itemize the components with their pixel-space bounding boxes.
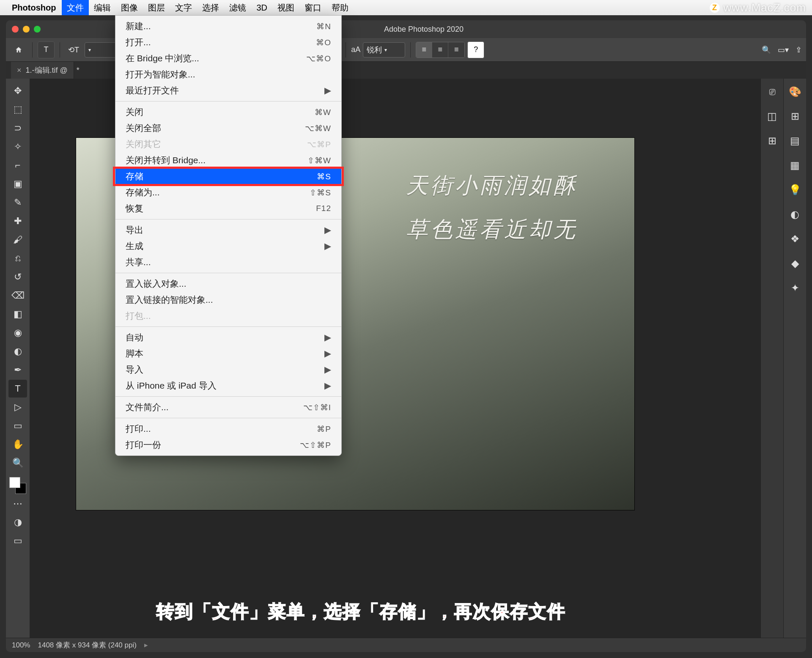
menu-item-从-iPhone-或-iPad-导入[interactable]: 从 iPhone 或 iPad 导入▶ bbox=[115, 378, 341, 394]
menubar-item-帮助[interactable]: 帮助 bbox=[326, 0, 354, 15]
text-align-group: ≡ ≡ ≡ bbox=[416, 42, 465, 58]
swatches-panel-icon[interactable]: ⊞ bbox=[788, 109, 802, 123]
pen-tool[interactable]: ✒ bbox=[8, 361, 27, 379]
align-center-button[interactable]: ≡ bbox=[432, 42, 448, 58]
layers-panel-icon[interactable]: ❖ bbox=[788, 232, 802, 246]
magic-wand-tool[interactable]: ✧ bbox=[8, 138, 27, 156]
zoom-tool[interactable]: 🔍 bbox=[8, 454, 27, 472]
ellipsis-button[interactable]: ⋯ bbox=[8, 495, 27, 513]
align-right-button[interactable]: ≡ bbox=[448, 42, 464, 58]
menu-item-shortcut: ⌥⌘W bbox=[305, 123, 331, 133]
zoom-icon[interactable] bbox=[34, 26, 41, 33]
menubar-item-文件[interactable]: 文件 bbox=[62, 0, 89, 15]
color-panel-icon[interactable]: 🎨 bbox=[788, 85, 802, 99]
lasso-tool[interactable]: ⊃ bbox=[8, 119, 27, 137]
fg-color[interactable] bbox=[9, 477, 20, 488]
adjust-panel-icon[interactable]: ◐ bbox=[788, 207, 802, 222]
orientation-button[interactable]: ⟲T bbox=[65, 41, 82, 58]
menu-item-自动[interactable]: 自动▶ bbox=[115, 329, 341, 345]
type-tool[interactable]: T bbox=[8, 380, 27, 398]
color-swatch[interactable] bbox=[9, 477, 26, 494]
tab-close-icon[interactable]: × bbox=[17, 66, 22, 75]
eyedropper-tool[interactable]: ✎ bbox=[8, 194, 27, 211]
menubar-item-图层[interactable]: 图层 bbox=[143, 0, 170, 15]
workspace-icon[interactable]: ▭▾ bbox=[778, 45, 789, 55]
menubar-item-编辑[interactable]: 编辑 bbox=[89, 0, 116, 15]
menu-item-脚本[interactable]: 脚本▶ bbox=[115, 345, 341, 362]
home-button[interactable] bbox=[10, 41, 27, 58]
status-chevron-icon[interactable]: ▸ bbox=[144, 641, 148, 650]
menubar-item-3D[interactable]: 3D bbox=[251, 0, 272, 15]
history-brush-tool[interactable]: ↺ bbox=[8, 268, 27, 286]
path-select-tool[interactable]: ▷ bbox=[8, 398, 27, 416]
eraser-tool[interactable]: ⌫ bbox=[8, 287, 27, 304]
menu-item-存储[interactable]: 存储⌘S bbox=[115, 168, 341, 184]
rectangle-tool[interactable]: ▭ bbox=[8, 417, 27, 435]
menu-item-打印一份[interactable]: 打印一份⌥⇧⌘P bbox=[115, 437, 341, 453]
align-left-button[interactable]: ≡ bbox=[416, 42, 432, 58]
blur-tool[interactable]: ◉ bbox=[8, 324, 27, 342]
menubar-item-视图[interactable]: 视图 bbox=[272, 0, 299, 15]
menu-item-关闭并转到-Bridge[interactable]: 关闭并转到 Bridge...⇧⌘W bbox=[115, 152, 341, 168]
crop-tool[interactable]: ⌐ bbox=[8, 156, 27, 174]
menu-item-导出[interactable]: 导出▶ bbox=[115, 222, 341, 238]
marquee-tool[interactable]: ⬚ bbox=[8, 101, 27, 118]
type-tool-indicator[interactable]: T bbox=[38, 41, 55, 58]
patterns-panel-icon[interactable]: ▦ bbox=[788, 158, 802, 173]
stamp-tool[interactable]: ⎌ bbox=[8, 249, 27, 267]
menubar-item-图像[interactable]: 图像 bbox=[116, 0, 143, 15]
paths-panel-icon[interactable]: ✦ bbox=[788, 281, 802, 295]
menu-item-共享[interactable]: 共享... bbox=[115, 254, 341, 270]
menu-item-生成[interactable]: 生成▶ bbox=[115, 238, 341, 254]
frame-tool[interactable]: ▣ bbox=[8, 175, 27, 193]
share-icon[interactable]: ⇪ bbox=[796, 45, 802, 55]
menu-item-在-Bridge-中浏览[interactable]: 在 Bridge 中浏览...⌥⌘O bbox=[115, 50, 341, 66]
healing-tool[interactable]: ✚ bbox=[8, 212, 27, 230]
bulb-panel-icon[interactable]: 💡 bbox=[788, 183, 802, 197]
menu-item-导入[interactable]: 导入▶ bbox=[115, 362, 341, 378]
menu-item-打开[interactable]: 打开...⌘O bbox=[115, 34, 341, 50]
antialias-select[interactable]: 锐利▾ bbox=[363, 42, 405, 58]
menubar-item-选择[interactable]: 选择 bbox=[197, 0, 224, 15]
menubar-item-窗口[interactable]: 窗口 bbox=[299, 0, 326, 15]
menu-item-label: 关闭 bbox=[126, 106, 315, 118]
quickmask-button[interactable]: ◑ bbox=[8, 513, 27, 531]
menu-item-置入链接的智能对象[interactable]: 置入链接的智能对象... bbox=[115, 292, 341, 308]
app-name[interactable]: Photoshop bbox=[12, 3, 56, 13]
move-tool[interactable]: ✥ bbox=[8, 82, 27, 100]
text-color-swatch[interactable]: ? bbox=[467, 41, 484, 58]
menu-item-最近打开文件[interactable]: 最近打开文件▶ bbox=[115, 82, 341, 99]
menubar-item-滤镜[interactable]: 滤镜 bbox=[224, 0, 251, 15]
menubar-item-文字[interactable]: 文字 bbox=[170, 0, 197, 15]
minimize-icon[interactable] bbox=[23, 26, 30, 33]
menu-item-新建[interactable]: 新建...⌘N bbox=[115, 18, 341, 34]
channels-panel-icon[interactable]: ◆ bbox=[788, 256, 802, 271]
menu-item-恢复[interactable]: 恢复F12 bbox=[115, 200, 341, 217]
document-dims[interactable]: 1408 像素 x 934 像素 (240 ppi) bbox=[38, 640, 136, 650]
traffic-lights[interactable] bbox=[12, 26, 41, 33]
menu-item-shortcut: ⌘O bbox=[316, 38, 331, 47]
menu-item-打开为智能对象[interactable]: 打开为智能对象... bbox=[115, 66, 341, 82]
menu-item-存储为[interactable]: 存储为...⇧⌘S bbox=[115, 184, 341, 200]
brush-tool[interactable]: 🖌 bbox=[8, 231, 27, 249]
menu-item-shortcut: ⌥⇧⌘P bbox=[300, 440, 331, 450]
gradient-tool[interactable]: ◧ bbox=[8, 305, 27, 323]
document-tab[interactable]: × 1.-编辑.tif @ bbox=[11, 62, 74, 79]
gradients-panel-icon[interactable]: ▤ bbox=[788, 134, 802, 148]
close-icon[interactable] bbox=[12, 26, 19, 33]
file-menu-dropdown[interactable]: 新建...⌘N打开...⌘O在 Bridge 中浏览...⌥⌘O打开为智能对象.… bbox=[115, 15, 342, 456]
menu-item-打印[interactable]: 打印...⌘P bbox=[115, 421, 341, 437]
hand-tool[interactable]: ✋ bbox=[8, 436, 27, 453]
menu-item-关闭[interactable]: 关闭⌘W bbox=[115, 104, 341, 120]
panel-a2-icon[interactable]: ◫ bbox=[765, 109, 779, 123]
search-icon[interactable]: 🔍 bbox=[762, 45, 771, 55]
dodge-tool[interactable]: ◐ bbox=[8, 343, 27, 360]
menu-item-文件简介[interactable]: 文件简介...⌥⇧⌘I bbox=[115, 399, 341, 415]
menu-item-label: 恢复 bbox=[126, 203, 316, 214]
panel-a1-icon[interactable]: ⎚ bbox=[765, 85, 779, 99]
panel-a3-icon[interactable]: ⊞ bbox=[765, 134, 779, 148]
zoom-level[interactable]: 100% bbox=[12, 641, 30, 650]
menu-item-关闭全部[interactable]: 关闭全部⌥⌘W bbox=[115, 120, 341, 136]
menu-item-置入嵌入对象[interactable]: 置入嵌入对象... bbox=[115, 276, 341, 292]
screenmode-button[interactable]: ▭ bbox=[8, 532, 27, 550]
